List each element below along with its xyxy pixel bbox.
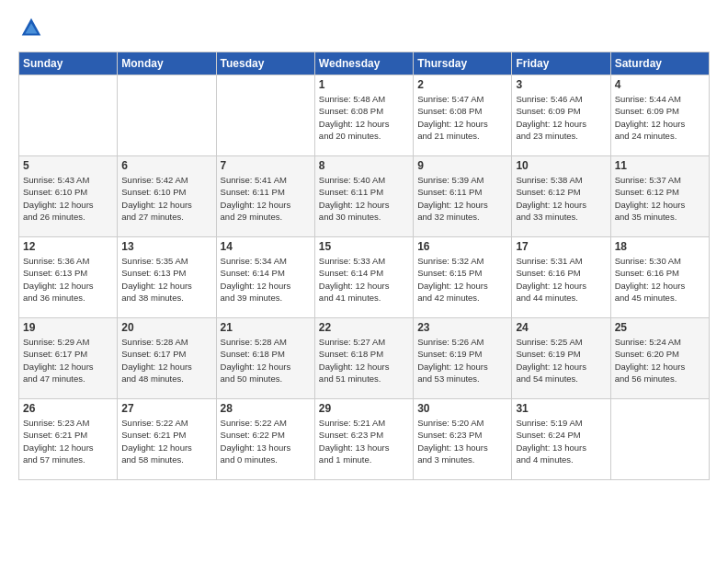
day-number: 25: [615, 321, 705, 334]
day-cell: 10Sunrise: 5:38 AMSunset: 6:12 PMDayligh…: [512, 156, 610, 237]
day-cell: [216, 75, 314, 156]
day-info: Sunrise: 5:35 AMSunset: 6:13 PMDaylight:…: [121, 255, 211, 304]
day-info: Sunrise: 5:30 AMSunset: 6:16 PMDaylight:…: [615, 255, 705, 304]
weekday-header-row: SundayMondayTuesdayWednesdayThursdayFrid…: [19, 52, 710, 75]
day-cell: 12Sunrise: 5:36 AMSunset: 6:13 PMDayligh…: [19, 237, 118, 318]
day-number: 8: [319, 159, 409, 172]
week-row-1: 5Sunrise: 5:43 AMSunset: 6:10 PMDaylight…: [19, 156, 710, 237]
header: [18, 15, 710, 40]
day-cell: 5Sunrise: 5:43 AMSunset: 6:10 PMDaylight…: [19, 156, 118, 237]
day-cell: 8Sunrise: 5:40 AMSunset: 6:11 PMDaylight…: [314, 156, 413, 237]
logo-icon: [18, 15, 44, 40]
day-number: 22: [319, 321, 409, 334]
day-number: 28: [221, 402, 311, 415]
day-cell: 18Sunrise: 5:30 AMSunset: 6:16 PMDayligh…: [610, 237, 709, 318]
day-number: 11: [615, 159, 705, 172]
day-cell: 29Sunrise: 5:21 AMSunset: 6:23 PMDayligh…: [314, 399, 413, 480]
day-number: 10: [516, 159, 606, 172]
day-number: 7: [221, 159, 311, 172]
day-number: 12: [23, 240, 113, 253]
day-cell: 1Sunrise: 5:48 AMSunset: 6:08 PMDaylight…: [314, 75, 413, 156]
day-info: Sunrise: 5:25 AMSunset: 6:19 PMDaylight:…: [516, 336, 606, 385]
day-info: Sunrise: 5:32 AMSunset: 6:15 PMDaylight:…: [417, 255, 507, 304]
day-info: Sunrise: 5:19 AMSunset: 6:24 PMDaylight:…: [516, 417, 606, 465]
day-cell: 31Sunrise: 5:19 AMSunset: 6:24 PMDayligh…: [512, 399, 610, 480]
day-cell: 27Sunrise: 5:22 AMSunset: 6:21 PMDayligh…: [118, 399, 216, 480]
day-cell: [610, 399, 709, 480]
week-row-4: 26Sunrise: 5:23 AMSunset: 6:21 PMDayligh…: [19, 399, 710, 480]
day-info: Sunrise: 5:39 AMSunset: 6:11 PMDaylight:…: [417, 174, 507, 223]
day-info: Sunrise: 5:24 AMSunset: 6:20 PMDaylight:…: [615, 336, 705, 385]
day-number: 15: [319, 240, 409, 253]
day-number: 26: [23, 402, 113, 415]
day-cell: 11Sunrise: 5:37 AMSunset: 6:12 PMDayligh…: [610, 156, 709, 237]
day-number: 13: [121, 240, 211, 253]
day-info: Sunrise: 5:37 AMSunset: 6:12 PMDaylight:…: [615, 174, 705, 223]
day-cell: 4Sunrise: 5:44 AMSunset: 6:09 PMDaylight…: [610, 75, 709, 156]
weekday-header-monday: Monday: [118, 52, 216, 75]
day-cell: 23Sunrise: 5:26 AMSunset: 6:19 PMDayligh…: [414, 318, 512, 399]
day-number: 3: [516, 78, 606, 91]
day-number: 27: [121, 402, 211, 415]
day-info: Sunrise: 5:47 AMSunset: 6:08 PMDaylight:…: [417, 93, 507, 142]
day-info: Sunrise: 5:33 AMSunset: 6:14 PMDaylight:…: [319, 255, 409, 304]
day-cell: 30Sunrise: 5:20 AMSunset: 6:23 PMDayligh…: [414, 399, 512, 480]
day-info: Sunrise: 5:31 AMSunset: 6:16 PMDaylight:…: [516, 255, 606, 304]
day-info: Sunrise: 5:22 AMSunset: 6:22 PMDaylight:…: [221, 417, 311, 465]
day-cell: 16Sunrise: 5:32 AMSunset: 6:15 PMDayligh…: [414, 237, 512, 318]
day-info: Sunrise: 5:42 AMSunset: 6:10 PMDaylight:…: [121, 174, 211, 223]
weekday-header-thursday: Thursday: [414, 52, 512, 75]
weekday-header-tuesday: Tuesday: [216, 52, 314, 75]
week-row-3: 19Sunrise: 5:29 AMSunset: 6:17 PMDayligh…: [19, 318, 710, 399]
day-cell: 22Sunrise: 5:27 AMSunset: 6:18 PMDayligh…: [314, 318, 413, 399]
day-info: Sunrise: 5:29 AMSunset: 6:17 PMDaylight:…: [23, 336, 113, 385]
day-number: 20: [121, 321, 211, 334]
day-number: 30: [417, 402, 507, 415]
day-cell: 20Sunrise: 5:28 AMSunset: 6:17 PMDayligh…: [118, 318, 216, 399]
day-cell: [19, 75, 118, 156]
day-info: Sunrise: 5:41 AMSunset: 6:11 PMDaylight:…: [221, 174, 311, 223]
day-cell: 15Sunrise: 5:33 AMSunset: 6:14 PMDayligh…: [314, 237, 413, 318]
day-info: Sunrise: 5:34 AMSunset: 6:14 PMDaylight:…: [221, 255, 311, 304]
day-number: 17: [516, 240, 606, 253]
day-info: Sunrise: 5:36 AMSunset: 6:13 PMDaylight:…: [23, 255, 113, 304]
day-number: 16: [417, 240, 507, 253]
day-info: Sunrise: 5:20 AMSunset: 6:23 PMDaylight:…: [417, 417, 507, 465]
weekday-header-sunday: Sunday: [19, 52, 118, 75]
day-cell: 17Sunrise: 5:31 AMSunset: 6:16 PMDayligh…: [512, 237, 610, 318]
day-cell: 9Sunrise: 5:39 AMSunset: 6:11 PMDaylight…: [414, 156, 512, 237]
day-info: Sunrise: 5:28 AMSunset: 6:17 PMDaylight:…: [121, 336, 211, 385]
day-info: Sunrise: 5:27 AMSunset: 6:18 PMDaylight:…: [319, 336, 409, 385]
week-row-0: 1Sunrise: 5:48 AMSunset: 6:08 PMDaylight…: [19, 75, 710, 156]
day-number: 21: [221, 321, 311, 334]
day-info: Sunrise: 5:28 AMSunset: 6:18 PMDaylight:…: [221, 336, 311, 385]
day-info: Sunrise: 5:21 AMSunset: 6:23 PMDaylight:…: [319, 417, 409, 465]
day-info: Sunrise: 5:43 AMSunset: 6:10 PMDaylight:…: [23, 174, 113, 223]
day-info: Sunrise: 5:44 AMSunset: 6:09 PMDaylight:…: [615, 93, 705, 142]
day-cell: 19Sunrise: 5:29 AMSunset: 6:17 PMDayligh…: [19, 318, 118, 399]
day-cell: 2Sunrise: 5:47 AMSunset: 6:08 PMDaylight…: [414, 75, 512, 156]
day-number: 24: [516, 321, 606, 334]
day-number: 18: [615, 240, 705, 253]
day-info: Sunrise: 5:46 AMSunset: 6:09 PMDaylight:…: [516, 93, 606, 142]
day-cell: 3Sunrise: 5:46 AMSunset: 6:09 PMDaylight…: [512, 75, 610, 156]
calendar: SundayMondayTuesdayWednesdayThursdayFrid…: [18, 52, 710, 480]
day-cell: 13Sunrise: 5:35 AMSunset: 6:13 PMDayligh…: [118, 237, 216, 318]
day-number: 31: [516, 402, 606, 415]
day-number: 9: [417, 159, 507, 172]
day-number: 1: [319, 78, 409, 91]
page: SundayMondayTuesdayWednesdayThursdayFrid…: [0, 0, 728, 489]
day-number: 6: [121, 159, 211, 172]
day-info: Sunrise: 5:38 AMSunset: 6:12 PMDaylight:…: [516, 174, 606, 223]
day-number: 4: [615, 78, 705, 91]
day-info: Sunrise: 5:26 AMSunset: 6:19 PMDaylight:…: [417, 336, 507, 385]
day-cell: 21Sunrise: 5:28 AMSunset: 6:18 PMDayligh…: [216, 318, 314, 399]
day-number: 29: [319, 402, 409, 415]
day-cell: 14Sunrise: 5:34 AMSunset: 6:14 PMDayligh…: [216, 237, 314, 318]
day-cell: [118, 75, 216, 156]
day-number: 14: [221, 240, 311, 253]
day-number: 5: [23, 159, 113, 172]
week-row-2: 12Sunrise: 5:36 AMSunset: 6:13 PMDayligh…: [19, 237, 710, 318]
weekday-header-saturday: Saturday: [610, 52, 709, 75]
day-number: 2: [417, 78, 507, 91]
